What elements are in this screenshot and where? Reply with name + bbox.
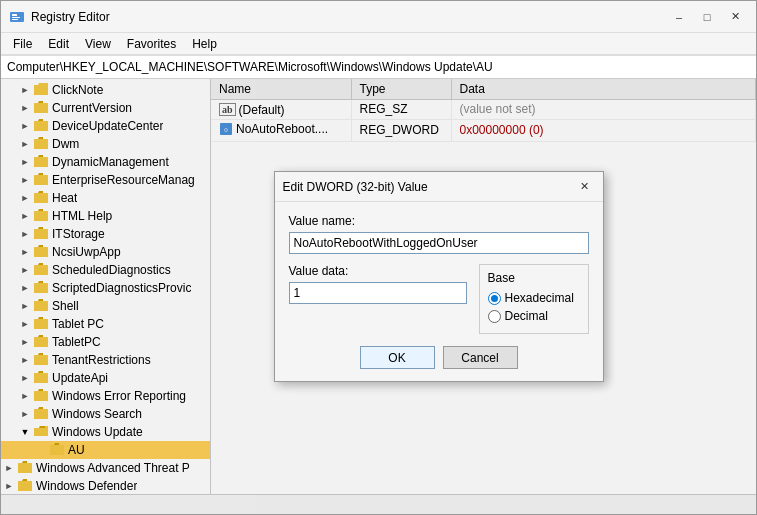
value-name-label: Value name: (289, 214, 589, 228)
dialog-buttons: OK Cancel (289, 346, 589, 369)
menu-file[interactable]: File (5, 35, 40, 53)
window-title: Registry Editor (31, 10, 110, 24)
value-data-section: Value data: (289, 264, 467, 334)
maximize-button[interactable]: □ (694, 8, 720, 26)
value-data-input[interactable] (289, 282, 467, 304)
radio-hexadecimal-indicator (488, 292, 501, 305)
base-section: Base Hexadecimal Decimal (479, 264, 589, 334)
menu-view[interactable]: View (77, 35, 119, 53)
minimize-button[interactable]: – (666, 8, 692, 26)
dialog-title: Edit DWORD (32-bit) Value (283, 180, 428, 194)
radio-hexadecimal-label: Hexadecimal (505, 291, 574, 305)
value-name-input[interactable] (289, 232, 589, 254)
main-wrapper: ► ClickNote ► CurrentVersion (1, 79, 756, 514)
address-bar: Computer\HKEY_LOCAL_MACHINE\SOFTWARE\Mic… (1, 55, 756, 79)
menu-help[interactable]: Help (184, 35, 225, 53)
address-text: Computer\HKEY_LOCAL_MACHINE\SOFTWARE\Mic… (7, 60, 493, 74)
cancel-button[interactable]: Cancel (443, 346, 518, 369)
edit-dword-dialog: Edit DWORD (32-bit) Value ✕ Value name: … (274, 171, 604, 382)
close-button[interactable]: ✕ (722, 8, 748, 26)
title-bar-controls: – □ ✕ (666, 8, 748, 26)
radio-decimal-label: Decimal (505, 309, 548, 323)
value-data-label: Value data: (289, 264, 467, 278)
menu-favorites[interactable]: Favorites (119, 35, 184, 53)
svg-rect-2 (12, 17, 20, 18)
radio-hexadecimal[interactable]: Hexadecimal (488, 291, 580, 305)
dialog-row: Value data: Base Hexadecimal (289, 264, 589, 334)
svg-rect-3 (12, 19, 18, 20)
dialog-title-bar: Edit DWORD (32-bit) Value ✕ (275, 172, 603, 202)
registry-editor-window: Registry Editor – □ ✕ File Edit View Fav… (0, 0, 757, 515)
ok-button[interactable]: OK (360, 346, 435, 369)
radio-dot (491, 295, 498, 302)
menu-edit[interactable]: Edit (40, 35, 77, 53)
title-bar-left: Registry Editor (9, 9, 110, 25)
radio-decimal[interactable]: Decimal (488, 309, 580, 323)
base-label: Base (488, 271, 580, 285)
dialog-overlay: Edit DWORD (32-bit) Value ✕ Value name: … (1, 79, 756, 514)
registry-icon (9, 9, 25, 25)
menu-bar: File Edit View Favorites Help (1, 33, 756, 55)
radio-decimal-indicator (488, 310, 501, 323)
dialog-close-button[interactable]: ✕ (575, 178, 595, 196)
dialog-body: Value name: Value data: Base (275, 202, 603, 381)
svg-rect-1 (12, 14, 17, 16)
title-bar: Registry Editor – □ ✕ (1, 1, 756, 33)
